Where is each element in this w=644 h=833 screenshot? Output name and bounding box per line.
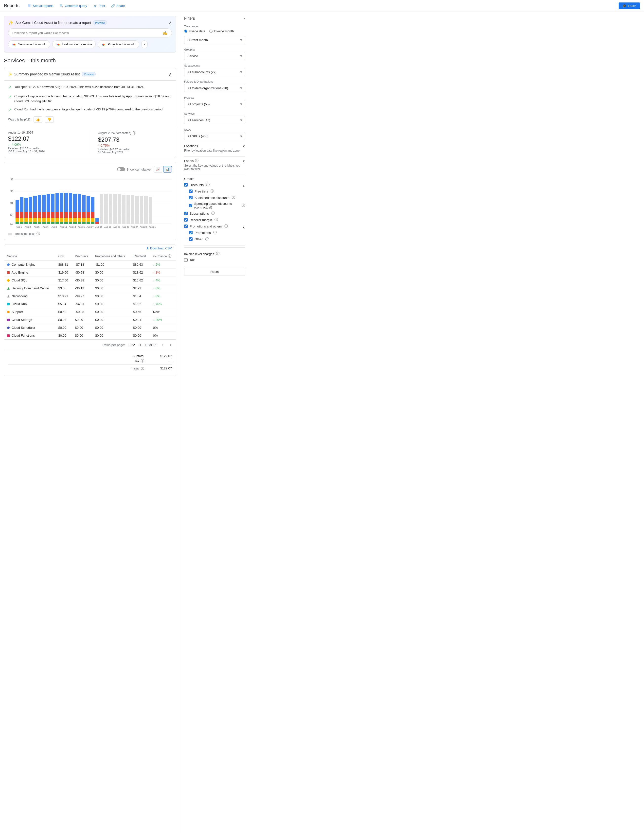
cell-service: App Engine [4,269,55,277]
chip-services[interactable]: Services – this month [8,40,50,48]
labels-info-icon[interactable]: ⓘ [195,158,198,163]
promotions-checkbox[interactable]: Promotions ⓘ [189,230,245,235]
locations-header[interactable]: Locations ∨ [184,144,245,148]
reseller-margin-checkbox[interactable]: Reseller margin ⓘ [184,218,245,222]
filters-collapse-button[interactable]: › [243,16,245,21]
free-tiers-checkbox[interactable]: Free tiers ⓘ [189,189,245,193]
subscriptions-info-icon[interactable]: ⓘ [211,211,215,215]
svg-rect-98 [109,194,112,224]
tax-filter-checkbox[interactable]: Tax [184,258,245,262]
thumbs-down-button[interactable]: 👎 [45,116,54,123]
table-section: ⬇ Download CSV Service Cost Discounts Pr… [4,244,176,376]
pagination-row: Rows per page: 10 25 50 1 – 10 of 15 ‹ › [4,339,176,350]
promotions-others-info-icon[interactable]: ⓘ [224,224,228,228]
subaccounts-select[interactable]: All subaccounts (27) [184,68,245,76]
folders-select[interactable]: All folders/organizations (28) [184,84,245,92]
change-col-info-icon[interactable]: ⓘ [168,254,171,259]
cell-service: Security Command Center [4,285,55,292]
total-info-icon[interactable]: ⓘ [141,367,144,371]
generate-query-link[interactable]: 🔍 Generate query [60,4,87,8]
svg-rect-37 [29,222,32,224]
svg-rect-100 [118,194,121,224]
svg-rect-65 [60,222,63,224]
summary-sparkle-icon: ✨ [8,72,12,76]
table-row: Compute Engine $88.81 -$7.18 -$1.00 $80.… [4,261,176,269]
skus-select[interactable]: All SKUs (408) [184,132,245,140]
tax-info-icon[interactable]: ⓘ [141,359,144,363]
download-csv-button[interactable]: ⬇ Download CSV [147,246,172,250]
sustained-use-info-icon[interactable]: ⓘ [232,195,235,200]
col-change: % Change ⓘ [150,252,176,261]
table-row: Cloud Scheduler $0.00 $0.00 $0.00 $0.00 … [4,324,176,332]
line-chart-button[interactable]: 📈 [154,166,162,172]
cell-cost: $0.00 [55,332,72,339]
group-by-select[interactable]: Service [184,52,245,60]
subscriptions-checkbox[interactable]: Subscriptions ⓘ [184,211,245,215]
forecast-legend-info-icon[interactable]: ⓘ [37,232,40,236]
projects-select[interactable]: All projects (55) [184,100,245,108]
prev-page-button[interactable]: ‹ [160,342,164,347]
cell-subtotal: $0.00 [130,332,150,339]
next-page-button[interactable]: › [169,342,173,347]
svg-rect-33 [24,222,28,224]
free-tiers-info-icon[interactable]: ⓘ [211,189,214,193]
svg-rect-99 [113,194,117,224]
promotions-others-checkbox[interactable]: Promotions and others ⓘ [184,224,228,228]
invoice-month-radio[interactable]: Invoice month [209,29,234,33]
services-select[interactable]: All services (47) [184,116,245,124]
see-all-reports-link[interactable]: ☰ See all reports [27,4,53,8]
discounts-checkbox-input[interactable] [184,183,188,187]
reseller-margin-info-icon[interactable]: ⓘ [214,218,218,222]
svg-rect-104 [135,196,139,224]
cell-promotions: $0.00 [92,292,130,300]
forecast-info-icon[interactable]: ⓘ [133,131,136,135]
promotions-info-icon[interactable]: ⓘ [213,230,217,235]
cell-promotions: $0.00 [92,269,130,277]
print-link[interactable]: 🖨 Print [93,4,105,8]
sustained-use-checkbox[interactable]: Sustained use discounts ⓘ [189,195,245,200]
cell-cost: $0.00 [55,324,72,332]
cloud-icon-chip2 [56,42,60,47]
show-cumulative-toggle[interactable]: Show cumulative [117,167,151,171]
metric-block-forecast: August 2024 (forecasted) ⓘ $207.73 ↑ 0.7… [98,131,172,154]
table-row: Cloud Functions $0.00 $0.00 $0.00 $0.00 … [4,332,176,339]
cell-promotions: $0.00 [92,300,130,308]
labels-header[interactable]: Labels ⓘ ∨ [184,158,245,163]
cell-change: New [150,308,176,316]
svg-rect-96 [100,194,103,224]
spending-based-checkbox[interactable]: Spending based discounts (contractual) ⓘ [189,202,245,209]
spending-based-info-icon[interactable]: ⓘ [242,203,245,208]
promotions-collapse-icon[interactable]: ∧ [243,225,245,229]
gemini-magic-icon: ✍ [163,31,167,35]
chip-last-invoice[interactable]: Last invoice by service [52,40,96,48]
chips-next-button[interactable]: › [141,40,148,48]
cell-discounts: $0.00 [72,332,92,339]
discounts-info-icon[interactable]: ⓘ [206,183,209,187]
learn-button[interactable]: 🎓 Learn [618,2,640,9]
summary-collapse-button[interactable]: ∧ [169,71,172,77]
discounts-collapse-icon[interactable]: ∧ [243,184,245,188]
thumbs-up-button[interactable]: 👍 [34,116,42,123]
cell-service: Networking [4,292,55,300]
bar-chart-button[interactable]: 📊 [163,166,172,172]
gemini-collapse-button[interactable]: ∧ [169,20,172,26]
share-link[interactable]: 🔗 Share [111,4,125,8]
svg-rect-41 [33,222,37,224]
reset-filters-button[interactable]: Reset [184,268,245,276]
cell-change: ↓ 76% [150,300,176,308]
other-checkbox[interactable]: Other ⓘ [189,237,245,241]
cell-service: Cloud Functions [4,332,55,339]
rows-per-page-select[interactable]: 10 25 50 [127,343,135,347]
invoice-info-icon[interactable]: ⓘ [216,252,219,256]
toggle-switch[interactable] [117,167,125,171]
discounts-checkbox[interactable]: Discounts ⓘ [184,183,209,187]
svg-point-8 [102,44,103,46]
svg-text:$2: $2 [10,214,13,216]
svg-rect-85 [82,222,85,224]
svg-rect-57 [51,222,55,224]
usage-date-radio[interactable]: Usage date [184,29,205,33]
period-select[interactable]: Current month [184,36,245,44]
other-info-icon[interactable]: ⓘ [205,237,209,241]
chip-projects[interactable]: Projects – this month [98,40,139,48]
gemini-search-input[interactable] [12,31,163,35]
